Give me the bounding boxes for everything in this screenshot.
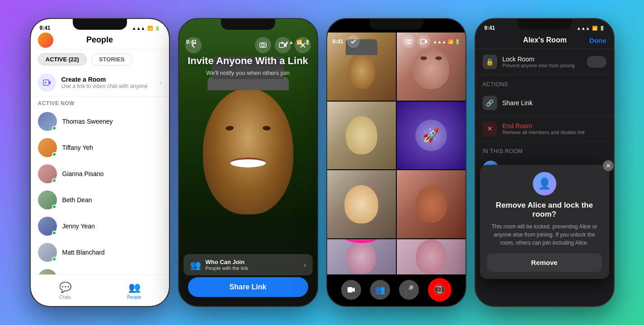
- mouth: [230, 158, 266, 167]
- phone-3-top-controls: 9:41: [327, 35, 465, 48]
- contact-name-6: Matt Blanchard: [62, 249, 105, 256]
- battery-4: 🔋: [599, 26, 605, 31]
- end-room-text: End Room Remove all members and disable …: [503, 122, 606, 135]
- phone-4-screen: 9:41 ▲▲▲ 📶 🔋 Alex's Room Done 🔒 Lock Roo…: [475, 19, 614, 306]
- who-title: Who Can Join: [206, 259, 249, 265]
- person-face-3: [327, 102, 396, 170]
- lock-room-label: Lock Room: [503, 56, 587, 63]
- lock-icon: 🔒: [483, 55, 497, 69]
- modal-remove-button[interactable]: Remove: [487, 253, 602, 272]
- phone-1: 9:41 ▲▲▲ 📶 🔋 People ACTIVE (22) STORIES: [30, 18, 170, 307]
- phone-1-time: 9:41: [40, 25, 51, 31]
- create-room-icon: [38, 74, 56, 92]
- actions-section-label: ACTIONS: [475, 75, 614, 90]
- video-cell-6: [397, 170, 465, 238]
- video-cell-4: 🚀: [397, 102, 465, 170]
- contact-avatar-3: [38, 164, 57, 183]
- contact-name-1: Thomas Sweeney: [62, 118, 113, 125]
- eye-right: [262, 125, 271, 131]
- top-right-controls: [255, 37, 311, 53]
- video-button[interactable]: [275, 37, 291, 53]
- contact-avatar-2: [38, 138, 57, 157]
- create-room-text: Create a Room Use a link to video chat w…: [61, 76, 160, 89]
- chats-tab[interactable]: 💬 Chats: [31, 275, 100, 306]
- svg-marker-15: [353, 288, 355, 292]
- share-link-row[interactable]: 🔗 Share Link: [475, 90, 614, 116]
- svg-marker-7: [284, 43, 287, 47]
- video-ctrl-button[interactable]: [341, 280, 361, 300]
- invite-heading: Invite Anyone With a Link: [179, 55, 317, 67]
- contact-row-4[interactable]: Beth Dean: [31, 187, 169, 213]
- face-shape: [203, 88, 293, 214]
- phones-container: 9:41 ▲▲▲ 📶 🔋 People ACTIVE (22) STORIES: [21, 9, 624, 316]
- back-button[interactable]: [185, 37, 202, 53]
- svg-rect-6: [279, 43, 284, 47]
- end-room-row[interactable]: ✕ End Room Remove all members and disabl…: [475, 116, 614, 142]
- contact-row-5[interactable]: Jenny Yean: [31, 213, 169, 239]
- phone-2-screen: 9:41 ▲▲▲ 📶 🔋: [179, 19, 317, 306]
- phone-1-screen: 9:41 ▲▲▲ 📶 🔋 People ACTIVE (22) STORIES: [31, 19, 169, 306]
- close-button[interactable]: [295, 37, 311, 53]
- people-tab[interactable]: 👥 People: [100, 275, 169, 306]
- battery-icon: 🔋: [155, 26, 160, 31]
- create-room-row[interactable]: Create a Room Use a link to video chat w…: [31, 69, 169, 97]
- end-call-button[interactable]: 📵: [428, 278, 451, 302]
- stories-tab[interactable]: STORIES: [91, 53, 132, 65]
- video-cell-3: [327, 102, 396, 170]
- camera-flip-button[interactable]: [255, 37, 271, 53]
- active-tab[interactable]: ACTIVE (22): [38, 53, 87, 65]
- video-grid: 🚀: [327, 32, 465, 274]
- invite-subtitle: We'll notify you when others join: [179, 70, 317, 76]
- who-text: Who Can Join People with the link: [206, 259, 249, 271]
- video-cell-5: [327, 170, 396, 238]
- video-icon-3[interactable]: [418, 35, 430, 48]
- phone-4-time: 9:41: [484, 25, 495, 31]
- chats-tab-icon: 💬: [59, 282, 71, 293]
- contact-name-4: Beth Dean: [62, 196, 92, 204]
- remove-modal: ✕ 👤 Remove Alice and lock the room? This…: [480, 165, 609, 279]
- person-face-6: [397, 170, 465, 238]
- mic-button[interactable]: 🎤: [399, 280, 419, 300]
- top-controls-row: [179, 37, 317, 53]
- done-button[interactable]: Done: [589, 37, 606, 44]
- user-avatar[interactable]: [38, 32, 53, 48]
- phone-4: 9:41 ▲▲▲ 📶 🔋 Alex's Room Done 🔒 Lock Roo…: [475, 18, 615, 307]
- wifi-4: 📶: [592, 26, 597, 31]
- phone-3-time: 9:41: [333, 38, 343, 45]
- who-can-join[interactable]: 👥 Who Can Join People with the link ›: [183, 254, 313, 275]
- share-link-button[interactable]: Share Link: [188, 277, 308, 297]
- phone-2: 9:41 ▲▲▲ 📶 🔋: [178, 18, 318, 307]
- contact-row-6[interactable]: Matt Blanchard: [31, 239, 169, 265]
- signal-4: ▲▲▲: [577, 26, 590, 31]
- camera-icon-3[interactable]: [402, 35, 415, 48]
- create-room-title: Create a Room: [61, 76, 160, 83]
- page-title: People: [86, 35, 113, 45]
- people-tab-icon: 👥: [128, 282, 141, 293]
- modal-description: This room will be locked, preventing Ali…: [487, 223, 602, 247]
- end-room-icon: ✕: [483, 121, 497, 136]
- active-dot-2: [52, 152, 56, 157]
- contact-avatar-6: [38, 243, 57, 262]
- create-room-subtitle: Use a link to video chat with anyone: [61, 83, 160, 89]
- modal-close-button[interactable]: ✕: [603, 160, 614, 171]
- contact-row-3[interactable]: Gianna Pisano: [31, 161, 169, 187]
- who-chevron-icon: ›: [304, 261, 306, 269]
- lock-room-row[interactable]: 🔒 Lock Room Prevent anyone else from joi…: [475, 49, 614, 75]
- svg-rect-14: [348, 287, 353, 292]
- contact-avatar-4: [38, 190, 57, 209]
- lock-room-sub: Prevent anyone else from joining: [503, 63, 587, 68]
- section-label-active: ACTIVE NOW: [31, 97, 169, 108]
- lock-toggle[interactable]: [587, 56, 606, 68]
- active-dot-3: [52, 178, 56, 183]
- phone-3-top-right: ▲▲▲ 📶 🔋: [402, 35, 460, 48]
- phone-4-header: Alex's Room Done: [475, 32, 614, 49]
- tabs-bar: ACTIVE (22) STORIES: [31, 50, 169, 69]
- contact-row-1[interactable]: Thomas Sweeney: [31, 108, 169, 135]
- chats-tab-label: Chats: [59, 295, 71, 300]
- active-dot-6: [52, 257, 56, 261]
- people-ctrl-button[interactable]: 👥: [370, 280, 390, 300]
- check-button[interactable]: [347, 35, 360, 48]
- phone-4-icons: ▲▲▲ 📶 🔋: [577, 26, 605, 31]
- contact-row-2[interactable]: Tiffany Yeh: [31, 135, 169, 161]
- share-icon: 🔗: [483, 96, 497, 110]
